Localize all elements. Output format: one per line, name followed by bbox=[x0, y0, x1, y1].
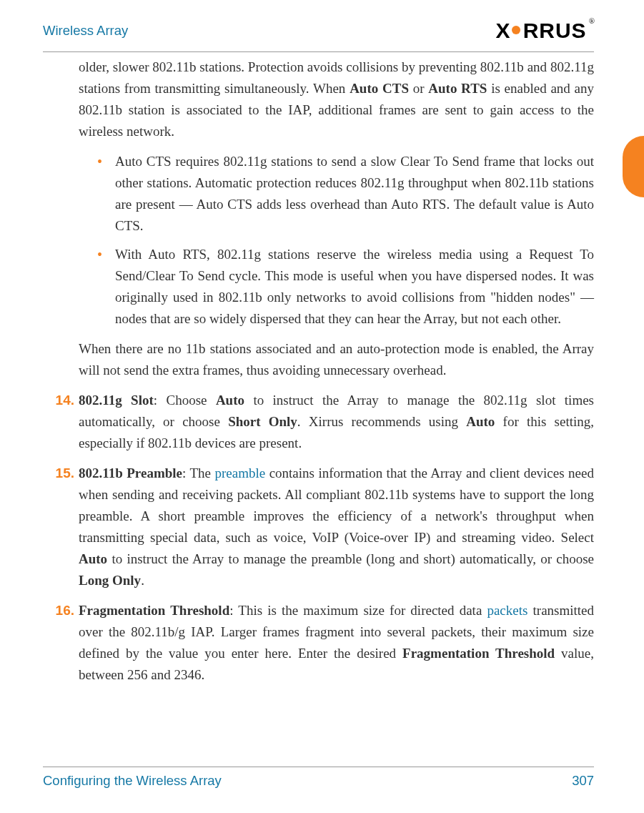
link-preamble[interactable]: preamble bbox=[214, 465, 265, 481]
header-title: Wireless Array bbox=[43, 23, 128, 39]
bullet-icon: • bbox=[97, 244, 102, 330]
section-tab-icon bbox=[623, 136, 644, 197]
bullet-item-auto-rts: • With Auto RTS, 802.11g stations reserv… bbox=[79, 244, 594, 330]
bullet-icon: • bbox=[97, 151, 102, 237]
text: . Xirrus recommends using bbox=[297, 414, 466, 429]
term-fragmentation-threshold: Fragmentation Threshold bbox=[79, 603, 229, 618]
text: : The bbox=[182, 465, 214, 481]
term-auto: Auto bbox=[79, 551, 107, 566]
text: : Choose bbox=[154, 393, 216, 408]
term-short-only: Short Only bbox=[228, 414, 297, 429]
logo-letter-x: X bbox=[496, 19, 510, 43]
footer-divider bbox=[43, 767, 594, 767]
term-auto-rts: Auto RTS bbox=[428, 81, 487, 96]
list-item-16: 16. Fragmentation Threshold: This is the… bbox=[49, 600, 594, 686]
page-content: older, slower 802.11b stations. Protecti… bbox=[43, 56, 594, 686]
term-auto: Auto bbox=[466, 414, 495, 429]
registered-icon: ® bbox=[589, 16, 595, 25]
bullet-text: With Auto RTS, 802.11g stations reserve … bbox=[115, 244, 594, 330]
page-header: Wireless Array X RRUS ® bbox=[43, 19, 594, 43]
item-text: 802.11b Preamble: The preamble contains … bbox=[79, 463, 594, 591]
text: : This is the maximum size for directed … bbox=[229, 603, 487, 618]
term-auto: Auto bbox=[216, 393, 244, 408]
intro-paragraph: older, slower 802.11b stations. Protecti… bbox=[79, 56, 594, 142]
page-number: 307 bbox=[572, 773, 594, 789]
term-80211b-preamble: 802.11b Preamble bbox=[79, 465, 182, 481]
bullet-list: • Auto CTS requires 802.11g stations to … bbox=[79, 151, 594, 330]
page-footer: Configuring the Wireless Array 307 bbox=[43, 767, 594, 789]
term-80211g-slot: 802.11g Slot bbox=[79, 393, 154, 408]
bullet-text: Auto CTS requires 802.11g stations to se… bbox=[115, 151, 594, 237]
header-divider bbox=[43, 51, 594, 52]
footer-row: Configuring the Wireless Array 307 bbox=[43, 773, 594, 789]
item-number: 16. bbox=[49, 600, 74, 686]
term-fragmentation-threshold: Fragmentation Threshold bbox=[402, 646, 555, 661]
logo-dot-icon bbox=[512, 26, 520, 34]
list-item-14: 14. 802.11g Slot: Choose Auto to instruc… bbox=[49, 390, 594, 454]
term-auto-cts: Auto CTS bbox=[350, 81, 409, 96]
item-text: Fragmentation Threshold: This is the max… bbox=[79, 600, 594, 686]
text: to instruct the Array to manage the prea… bbox=[107, 551, 594, 566]
item-number: 15. bbox=[49, 463, 74, 591]
logo-rest: RRUS bbox=[523, 19, 587, 43]
item-number: 14. bbox=[49, 390, 74, 454]
text: . bbox=[141, 573, 144, 588]
term-long-only: Long Only bbox=[79, 573, 141, 588]
list-item-15: 15. 802.11b Preamble: The preamble conta… bbox=[49, 463, 594, 591]
bullet-item-auto-cts: • Auto CTS requires 802.11g stations to … bbox=[79, 151, 594, 237]
item-text: 802.11g Slot: Choose Auto to instruct th… bbox=[79, 390, 594, 454]
xirrus-logo: X RRUS ® bbox=[496, 19, 594, 43]
link-packets[interactable]: packets bbox=[487, 603, 527, 618]
footer-section: Configuring the Wireless Array bbox=[43, 773, 222, 789]
text: or bbox=[409, 81, 428, 96]
after-bullets-paragraph: When there are no 11b stations associate… bbox=[79, 338, 594, 381]
